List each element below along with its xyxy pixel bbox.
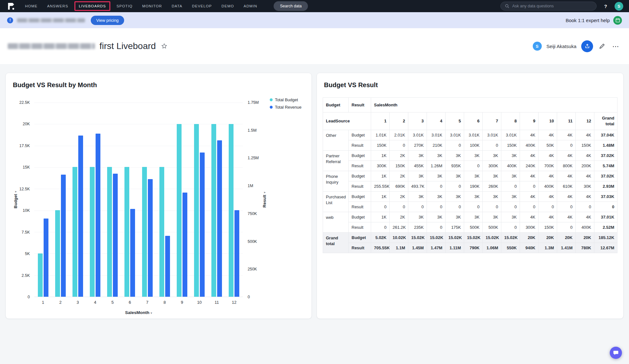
cell-result[interactable]: 12.67M: [594, 243, 617, 253]
cell-result[interactable]: 0: [520, 181, 539, 192]
cell-budget[interactable]: 3K: [501, 192, 520, 202]
cell-result[interactable]: 0: [539, 202, 557, 212]
cell-budget[interactable]: 15.02K: [464, 233, 483, 243]
cell-budget[interactable]: 4K: [557, 192, 576, 202]
cell-result[interactable]: 0: [594, 202, 617, 212]
cell-budget[interactable]: 3K: [408, 151, 427, 161]
cell-result[interactable]: 150K: [501, 140, 520, 151]
bar-total-budget-month-10[interactable]: [194, 124, 199, 297]
cell-budget[interactable]: 4K: [576, 151, 594, 161]
cell-result[interactable]: 935K: [446, 161, 464, 171]
cell-result[interactable]: 800K: [557, 161, 576, 171]
cell-result[interactable]: 0: [390, 202, 408, 212]
bar-total-revenue-month-1[interactable]: [44, 219, 48, 297]
cell-result[interactable]: 210K: [427, 140, 446, 151]
cell-budget[interactable]: 20K: [520, 233, 539, 243]
cell-result[interactable]: 0: [557, 140, 576, 151]
bar-total-budget-month-11[interactable]: [211, 124, 216, 297]
help-icon[interactable]: ?: [602, 4, 609, 9]
nav-item-home[interactable]: HOME: [20, 0, 42, 12]
cell-budget[interactable]: 3K: [446, 171, 464, 181]
cell-budget[interactable]: 3K: [483, 212, 501, 222]
cell-budget[interactable]: 4K: [557, 212, 576, 222]
cell-result[interactable]: 0: [427, 222, 446, 233]
cell-result[interactable]: 150K: [371, 140, 390, 151]
cell-budget[interactable]: 15.02K: [408, 233, 427, 243]
bar-total-revenue-month-2[interactable]: [61, 175, 66, 297]
cell-result[interactable]: 0: [520, 202, 539, 212]
cell-budget[interactable]: 4K: [576, 171, 594, 181]
cell-budget[interactable]: 3K: [408, 192, 427, 202]
bar-total-budget-month-7[interactable]: [142, 167, 147, 297]
cell-result[interactable]: 0: [464, 161, 483, 171]
cell-result[interactable]: 455K: [408, 161, 427, 171]
cell-budget[interactable]: 4K: [520, 212, 539, 222]
chat-launcher-button[interactable]: [610, 347, 622, 359]
cell-budget[interactable]: 2K: [390, 192, 408, 202]
bar-total-budget-month-3[interactable]: [72, 167, 77, 297]
cell-result[interactable]: 780K: [576, 243, 594, 253]
cell-budget[interactable]: 4K: [539, 130, 557, 140]
cell-budget[interactable]: 4K: [557, 151, 576, 161]
ask-data-input[interactable]: [512, 4, 592, 8]
cell-result[interactable]: 261.2K: [390, 222, 408, 233]
cell-result[interactable]: 0: [483, 202, 501, 212]
cell-result[interactable]: 1.26M: [427, 161, 446, 171]
cell-result[interactable]: 0: [557, 202, 576, 212]
thoughtspot-logo[interactable]: [7, 2, 15, 10]
cell-budget[interactable]: 3.01K: [408, 130, 427, 140]
nav-item-data[interactable]: DATA: [167, 0, 187, 12]
cell-result[interactable]: 270K: [408, 140, 427, 151]
cell-budget[interactable]: 2.01K: [390, 130, 408, 140]
cell-budget[interactable]: 4K: [539, 192, 557, 202]
cell-budget[interactable]: 3K: [408, 212, 427, 222]
cell-result[interactable]: 1.3M: [539, 243, 557, 253]
bar-total-revenue-month-12[interactable]: [234, 210, 239, 297]
cell-result[interactable]: 0: [371, 202, 390, 212]
cell-result[interactable]: 30K: [576, 181, 594, 192]
cell-result[interactable]: 0: [501, 222, 520, 233]
cell-budget[interactable]: 3.01K: [501, 130, 520, 140]
cell-result[interactable]: 0: [483, 140, 501, 151]
cell-budget[interactable]: 2K: [390, 151, 408, 161]
cell-budget[interactable]: 20K: [539, 233, 557, 243]
cell-result[interactable]: 1.1M: [390, 243, 408, 253]
cell-result[interactable]: 400K: [576, 222, 594, 233]
cell-result[interactable]: 0: [371, 222, 390, 233]
nav-item-develop[interactable]: DEVELOP: [187, 0, 217, 12]
cell-budget[interactable]: 5.02K: [371, 233, 390, 243]
cell-result[interactable]: 0: [427, 202, 446, 212]
cell-budget[interactable]: 4K: [539, 151, 557, 161]
cell-budget[interactable]: 3.01K: [446, 130, 464, 140]
cell-result[interactable]: 690K: [390, 181, 408, 192]
cell-result[interactable]: 500K: [464, 222, 483, 233]
cell-result[interactable]: 300K: [520, 222, 539, 233]
cell-budget[interactable]: 3K: [427, 151, 446, 161]
bar-total-revenue-month-11[interactable]: [217, 140, 222, 297]
user-avatar[interactable]: S: [615, 2, 623, 11]
cell-result[interactable]: 0: [557, 222, 576, 233]
bar-total-budget-month-2[interactable]: [55, 210, 60, 297]
cell-result[interactable]: 1.48M: [594, 140, 617, 151]
cell-budget[interactable]: 1K: [371, 192, 390, 202]
cell-result[interactable]: 100K: [464, 140, 483, 151]
cell-budget[interactable]: 4K: [520, 192, 539, 202]
cell-budget[interactable]: 2K: [390, 212, 408, 222]
cell-result[interactable]: 255.55K: [371, 181, 390, 192]
cell-result[interactable]: 175K: [446, 222, 464, 233]
cell-result[interactable]: 705.55K: [371, 243, 390, 253]
bar-total-budget-month-1[interactable]: [38, 253, 43, 297]
cell-budget[interactable]: 4K: [539, 212, 557, 222]
cell-result[interactable]: 0: [501, 181, 520, 192]
cell-result[interactable]: 1.45M: [408, 243, 427, 253]
cell-result[interactable]: 0: [427, 181, 446, 192]
cell-budget[interactable]: 3K: [464, 171, 483, 181]
cell-budget[interactable]: 3K: [446, 192, 464, 202]
bar-total-revenue-month-9[interactable]: [183, 193, 187, 297]
cell-result[interactable]: 0: [390, 140, 408, 151]
bar-total-revenue-month-5[interactable]: [113, 174, 118, 297]
nav-item-admin[interactable]: ADMIN: [239, 0, 262, 12]
cell-budget[interactable]: 3.01K: [483, 130, 501, 140]
x-axis-title[interactable]: SalesMonth ▾: [34, 310, 243, 315]
bar-total-budget-month-8[interactable]: [159, 167, 164, 297]
